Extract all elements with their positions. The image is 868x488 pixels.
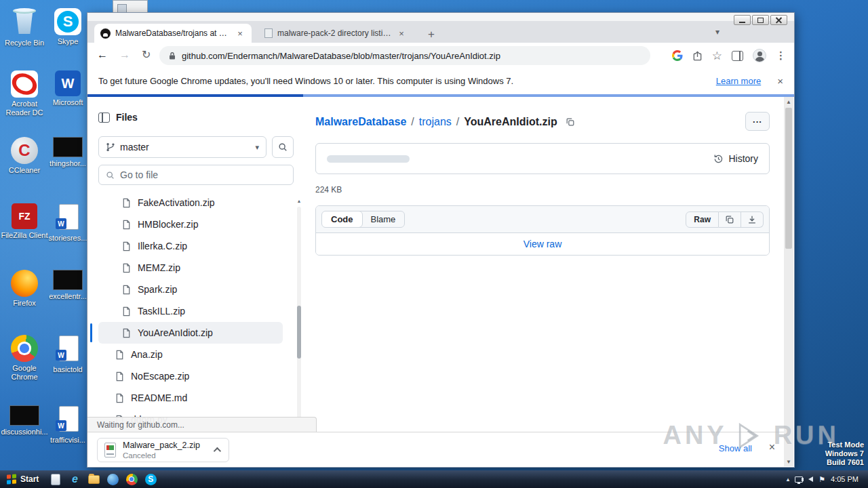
- tab-blame[interactable]: Blame: [362, 211, 405, 227]
- download-file-icon: [104, 443, 116, 458]
- taskbar-skype-button[interactable]: S: [144, 473, 157, 485]
- browser-menu-icon[interactable]: ⋮: [776, 49, 786, 62]
- desktop-icon-label: Recycle Bin: [0, 39, 49, 47]
- maximize-button[interactable]: [752, 15, 769, 25]
- window-titlebar[interactable]: [87, 13, 794, 21]
- close-window-button[interactable]: [770, 15, 787, 25]
- skype-icon: S: [145, 474, 157, 485]
- file-name: TaskILL.zip: [138, 306, 185, 317]
- profile-avatar[interactable]: [753, 49, 766, 62]
- tree-item-readme[interactable]: README.md: [98, 387, 283, 409]
- nav-buttons: ← → ↻: [97, 48, 151, 61]
- taskbar-explorer-button[interactable]: [50, 473, 62, 485]
- tab-malware-pack-2[interactable]: malware-pack-2 directory listing ×: [258, 24, 413, 43]
- tree-scrollbar[interactable]: ▲: [296, 199, 302, 422]
- tree-item-fakeactivation[interactable]: FakeActivation.zip: [98, 192, 283, 214]
- tab-search-chevron-icon[interactable]: ▾: [715, 27, 719, 37]
- tree-item-taskill[interactable]: TaskILL.zip: [98, 300, 283, 322]
- desktop-icon-trafficvisi-doc[interactable]: trafficvisi...: [43, 405, 92, 445]
- scroll-up-icon[interactable]: ▲: [296, 199, 302, 203]
- desktop-icon-acrobat[interactable]: Acrobat Reader DC: [0, 70, 49, 117]
- desktop-icon-skype[interactable]: Skype: [43, 8, 92, 46]
- reload-icon[interactable]: ↻: [142, 48, 151, 61]
- files-title: Files: [116, 112, 138, 123]
- tree-item-memz[interactable]: MEMZ.zip: [98, 257, 283, 279]
- start-button[interactable]: Start: [0, 470, 45, 488]
- history-link[interactable]: History: [713, 153, 758, 164]
- tray-expand-icon[interactable]: ▴: [787, 476, 790, 483]
- shelf-close-icon[interactable]: ×: [769, 441, 775, 453]
- desktop-icon-excellentr-file[interactable]: excellentr...: [43, 270, 92, 301]
- view-raw-link[interactable]: View raw: [524, 239, 562, 249]
- desktop-icon-recycle-bin[interactable]: Recycle Bin: [0, 8, 49, 47]
- taskbar-media-player-button[interactable]: [106, 473, 119, 485]
- google-icon[interactable]: [672, 50, 683, 61]
- file-icon: [115, 350, 125, 360]
- infobar-close-icon[interactable]: ×: [777, 75, 783, 87]
- desktop-icon-ccleaner[interactable]: CCleaner: [0, 137, 49, 175]
- download-item[interactable]: Malware_pack_2.zip Canceled: [97, 438, 229, 462]
- desktop-icon-basictold-doc[interactable]: basictold: [43, 335, 92, 374]
- desktop-icon-microsoft[interactable]: Microsoft: [43, 70, 92, 107]
- page-scrollbar[interactable]: ▲ ▼: [784, 97, 793, 466]
- download-menu-chevron-icon[interactable]: [214, 447, 221, 455]
- tree-item-hmblocker[interactable]: HMBlocker.zip: [98, 214, 283, 235]
- tree-item-youareanidiot-selected[interactable]: YouAreAnIdiot.zip: [98, 322, 283, 344]
- desktop-icon-thingshor-file[interactable]: thingshor...: [43, 137, 92, 168]
- go-to-file-input[interactable]: Go to file: [98, 165, 294, 185]
- address-bar[interactable]: github.com/Endermanch/MalwareDatabase/bl…: [159, 46, 650, 65]
- new-tab-button[interactable]: +: [422, 26, 440, 43]
- page-scrollbar-thumb[interactable]: [785, 108, 792, 249]
- file-icon: [121, 241, 132, 251]
- download-shelf: Malware_pack_2.zip Canceled Show all ×: [87, 432, 785, 467]
- copy-file-button[interactable]: [719, 211, 741, 228]
- tab-close-icon[interactable]: ×: [396, 28, 407, 39]
- volume-icon[interactable]: [808, 476, 813, 482]
- action-center-flag-icon[interactable]: ⚑: [818, 476, 825, 483]
- forward-icon[interactable]: →: [119, 49, 130, 61]
- desktop-icon-chrome[interactable]: Google Chrome: [0, 335, 49, 382]
- file-icon: [115, 371, 125, 382]
- branch-name: master: [120, 142, 149, 152]
- scroll-up-icon[interactable]: ▲: [784, 97, 793, 106]
- taskbar-chrome-button[interactable]: [125, 473, 138, 485]
- back-icon[interactable]: ←: [97, 49, 108, 61]
- tree-item-illerka[interactable]: Illerka.C.zip: [98, 235, 283, 257]
- breadcrumb-repo-link[interactable]: MalwareDatabase: [315, 116, 406, 128]
- blob-actions: Raw: [686, 211, 764, 228]
- tree-item-spark[interactable]: Spark.zip: [98, 279, 283, 300]
- side-panel-icon[interactable]: [732, 51, 743, 61]
- desktop-icon-filezilla[interactable]: FileZilla Client: [0, 203, 49, 240]
- desktop-icon-firefox[interactable]: Firefox: [0, 270, 49, 308]
- desktop-icon-storiesres-doc[interactable]: storiesres...: [43, 203, 92, 243]
- tab-malwaredatabase[interactable]: MalwareDatabase/trojans at master ×: [94, 24, 252, 43]
- breadcrumb-separator: /: [456, 116, 459, 128]
- file-icon: [115, 393, 125, 403]
- raw-button[interactable]: Raw: [686, 211, 719, 228]
- share-icon[interactable]: [692, 51, 703, 61]
- taskbar-folder-button[interactable]: [87, 473, 100, 485]
- more-options-button[interactable]: ...: [745, 112, 770, 131]
- commit-loading-skeleton: [327, 155, 410, 163]
- breadcrumb-folder-link[interactable]: trojans: [419, 116, 452, 128]
- go-to-file-placeholder: Go to file: [120, 169, 158, 180]
- tree-item-noescape[interactable]: NoEscape.zip: [98, 365, 283, 387]
- tree-scrollbar-thumb[interactable]: [297, 306, 301, 359]
- firefox-icon: [11, 270, 38, 297]
- tab-code[interactable]: Code: [321, 211, 363, 228]
- scroll-down-icon[interactable]: ▼: [784, 457, 793, 466]
- minimize-button[interactable]: [734, 15, 751, 25]
- show-all-downloads-button[interactable]: Show all: [719, 443, 752, 453]
- learn-more-link[interactable]: Learn more: [716, 76, 761, 86]
- files-panel-icon[interactable]: [98, 113, 110, 123]
- tree-item-ana[interactable]: Ana.zip: [98, 344, 283, 365]
- download-button[interactable]: [741, 211, 764, 228]
- branch-selector[interactable]: master ▾: [98, 136, 267, 158]
- bookmark-star-icon[interactable]: ☆: [712, 50, 722, 62]
- tree-search-button[interactable]: [272, 136, 294, 158]
- tab-close-icon[interactable]: ×: [235, 28, 245, 39]
- taskbar-ie-button[interactable]: e: [68, 473, 81, 485]
- taskbar-clock[interactable]: 4:05 PM: [831, 475, 861, 483]
- desktop-icon-discussion-file[interactable]: discussionhi...: [0, 405, 49, 436]
- copy-path-icon[interactable]: [566, 117, 575, 127]
